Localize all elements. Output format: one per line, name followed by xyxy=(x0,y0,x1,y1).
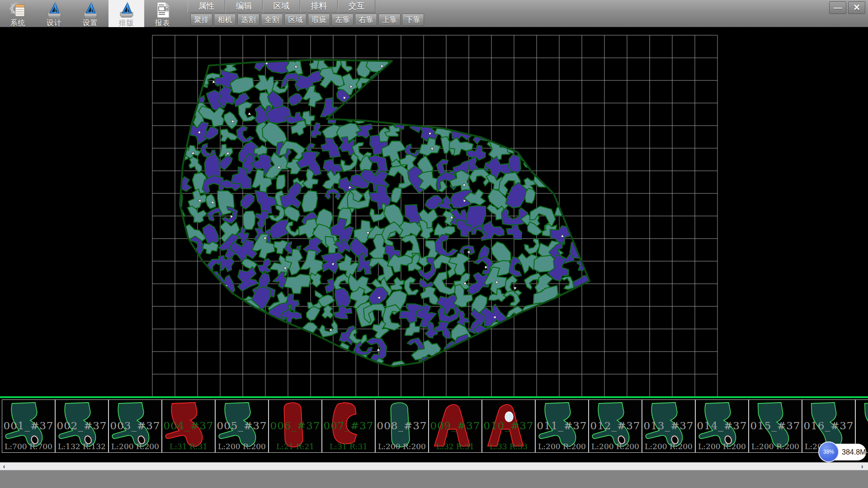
thumbnail-cell-13[interactable]: 013_#37L:200 R:200 xyxy=(642,399,695,453)
piece-lr-count: L:31 R:31 xyxy=(162,442,215,451)
scroll-left-arrow[interactable]: ‹ xyxy=(0,463,8,471)
thumbnail-cell-12[interactable]: 012_#37L:200 R:200 xyxy=(589,399,642,453)
status-footer xyxy=(0,470,868,488)
action-button-8[interactable]: 右靠 xyxy=(355,14,377,26)
action-button-10[interactable]: 下靠 xyxy=(402,14,424,26)
action-button-4[interactable]: 全割 xyxy=(261,14,283,26)
piece-id-label: 006_#37 xyxy=(269,420,321,432)
piece-id-label: 002_#37 xyxy=(56,420,108,432)
action-button-7[interactable]: 左靠 xyxy=(331,14,354,26)
piece-id-label: 005_#37 xyxy=(216,420,268,432)
piece-id-label: 011_#37 xyxy=(536,420,588,432)
piece-id-label: 016_#37 xyxy=(802,420,855,432)
thumbnail-cell-11[interactable]: 011_#37L:200 R:200 xyxy=(535,399,589,453)
action-button-5[interactable]: 区域 xyxy=(284,14,307,26)
nesting-ruler-icon xyxy=(118,1,135,19)
action-button-6[interactable]: 瑕疵 xyxy=(308,14,330,26)
thumbnail-cell-4[interactable]: 004_#37L:31 R:31 xyxy=(162,399,215,453)
piece-lr-count: L:200 R:200 xyxy=(749,442,802,451)
piece-lr-count: L:132 R:132 xyxy=(56,442,108,451)
piece-id-label: 008_#37 xyxy=(376,420,428,432)
menu-tab-bar: 属性编辑区域排料交互 xyxy=(188,0,375,13)
action-button-3[interactable]: 选割 xyxy=(237,14,259,26)
piece-lr-count: L:200 R:200 xyxy=(642,442,695,451)
piece-thumbnail-strip[interactable]: 001_#37L:700 R:700002_#37L:132 R:132003_… xyxy=(0,398,868,455)
piece-id-label: 012_#37 xyxy=(589,420,642,432)
menu-tab-5[interactable]: 交互 xyxy=(338,0,375,13)
minimize-button[interactable]: — xyxy=(829,1,846,14)
thumbnail-cell-7[interactable]: 007_#37L:31 R:31 xyxy=(322,399,375,453)
memory-value: 384.8M xyxy=(842,444,865,460)
menu-tab-1[interactable]: 属性 xyxy=(188,0,225,13)
system-gear-icon xyxy=(9,1,27,19)
report-document-icon xyxy=(154,1,171,19)
piece-id-label: 004_#37 xyxy=(162,420,215,432)
scroll-right-arrow[interactable]: › xyxy=(858,463,866,471)
piece-lr-count: L:200 R:200 xyxy=(216,442,268,451)
hide-nesting-drawing xyxy=(0,27,868,396)
thumbnail-cell-6[interactable]: 006_#37L:21 R:21 xyxy=(269,399,322,453)
thumbnail-cell-10[interactable]: 010_#37L:33 R:33 xyxy=(482,399,535,453)
main-button-5[interactable]: 报表 xyxy=(145,0,180,27)
horizontal-scrollbar[interactable]: ‹ › xyxy=(0,462,868,470)
menu-tab-3[interactable]: 区域 xyxy=(263,0,300,13)
main-button-2[interactable]: 设计 xyxy=(36,0,72,27)
thumbnail-cell-2[interactable]: 002_#37L:132 R:132 xyxy=(55,399,108,453)
piece-lr-count: L:31 R:31 xyxy=(322,442,375,451)
thumbnail-cell-15[interactable]: 015_#37L:200 R:200 xyxy=(749,399,802,453)
menu-tab-4[interactable]: 排料 xyxy=(300,0,338,13)
main-button-label: 排版 xyxy=(108,19,144,28)
toolbar: 系统设计设置排版报表 属性编辑区域排料交互 聚排相机选割全割区域瑕疵左靠右靠上靠… xyxy=(0,0,868,27)
action-button-row: 聚排相机选割全割区域瑕疵左靠右靠上靠下靠 xyxy=(190,14,425,26)
nesting-canvas[interactable] xyxy=(0,27,868,396)
piece-id-label: 001_#37 xyxy=(2,420,55,432)
piece-id-label: 015_#37 xyxy=(749,420,802,432)
piece-lr-count: L:33 R:33 xyxy=(482,442,535,451)
piece-id-label: 003_#37 xyxy=(109,420,161,432)
thumbnail-cell-14[interactable]: 014_#37L:200 R:200 xyxy=(695,399,749,453)
piece-id-label: 007_#37 xyxy=(322,420,375,432)
progress-percent: 38% xyxy=(818,441,839,462)
thumbnail-cell-1[interactable]: 001_#37L:700 R:700 xyxy=(2,399,55,453)
menu-tab-2[interactable]: 编辑 xyxy=(225,0,263,13)
thumbnail-cell-5[interactable]: 005_#37L:200 R:200 xyxy=(215,399,269,453)
piece-lr-count: L:200 R:200 xyxy=(536,442,588,451)
thumbnail-cell-8[interactable]: 008_#37L:200 R:200 xyxy=(375,399,429,453)
piece-lr-count: L:200 R:200 xyxy=(696,442,748,451)
piece-lr-count: L:200 R:200 xyxy=(376,442,428,451)
action-button-9[interactable]: 上靠 xyxy=(378,14,401,26)
piece-id-label: 010_#37 xyxy=(482,420,535,432)
piece-lr-count: L:700 R:700 xyxy=(2,442,55,451)
piece-id-label: 013_#37 xyxy=(642,420,695,432)
application-window: 系统设计设置排版报表 属性编辑区域排料交互 聚排相机选割全割区域瑕疵左靠右靠上靠… xyxy=(0,0,868,488)
piece-lr-count: L:200 R:200 xyxy=(109,442,161,451)
progress-badge[interactable]: 38% 384.8M xyxy=(818,441,866,462)
piece-id-label: 0 xyxy=(856,420,868,432)
thumbnail-row: 001_#37L:700 R:700002_#37L:132 R:132003_… xyxy=(2,399,868,453)
action-button-2[interactable]: 相机 xyxy=(214,14,236,26)
main-button-label: 设计 xyxy=(36,19,72,28)
piece-id-label: 014_#37 xyxy=(696,420,748,432)
piece-id-label: 009_#37 xyxy=(429,420,481,432)
piece-lr-count: L:32 R:31 xyxy=(429,442,481,451)
action-button-1[interactable]: 聚排 xyxy=(190,14,212,26)
design-ruler-icon xyxy=(46,1,63,19)
piece-lr-count: L:200 R:200 xyxy=(589,442,642,451)
thumbnail-cell-9[interactable]: 009_#37L:32 R:31 xyxy=(429,399,482,453)
main-button-label: 设置 xyxy=(72,19,108,28)
main-button-1[interactable]: 系统 xyxy=(0,0,36,27)
thumbnail-cell-3[interactable]: 003_#37L:200 R:200 xyxy=(108,399,162,453)
settings-ruler-icon xyxy=(82,1,99,19)
main-button-label: 系统 xyxy=(0,19,36,28)
main-button-label: 报表 xyxy=(145,19,180,28)
main-button-3[interactable]: 设置 xyxy=(72,0,108,27)
close-button[interactable]: ✕ xyxy=(848,1,865,14)
main-button-4[interactable]: 排版 xyxy=(108,0,144,27)
piece-lr-count: L:21 R:21 xyxy=(269,442,321,451)
window-controls: — ✕ xyxy=(829,1,865,14)
